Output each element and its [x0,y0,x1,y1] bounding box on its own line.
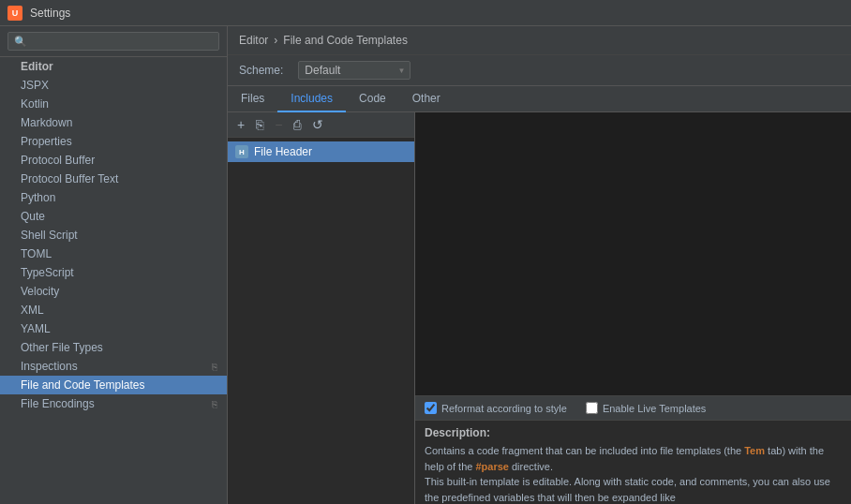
breadcrumb-parent: Editor [239,34,268,47]
sidebar-item-protocol-buffer[interactable]: Protocol Buffer [0,151,227,170]
breadcrumb-arrow: › [274,34,277,47]
copy-template-button[interactable]: ⎘ [252,116,267,133]
app-logo: U [7,6,22,21]
tab-other[interactable]: Other [399,86,454,112]
sidebar-section-editor[interactable]: Editor [0,57,227,76]
description-text: Contains a code fragment that can be inc… [425,443,842,504]
tab-includes[interactable]: Includes [277,86,346,112]
sidebar-item-inspections[interactable]: Inspections ⎘ [0,357,227,376]
title-bar: U Settings [0,0,851,26]
sidebar-item-file-encodings[interactable]: File Encodings ⎘ [0,394,227,413]
reformat-checkbox[interactable] [425,402,437,414]
sidebar-item-other-file-types[interactable]: Other File Types [0,338,227,357]
search-area[interactable] [0,26,227,57]
search-input[interactable] [7,32,219,51]
file-item-label: File Header [254,145,312,158]
right-panel: Editor › File and Code Templates Scheme:… [228,26,851,504]
scheme-select[interactable]: Default Project [298,61,411,80]
tab-code[interactable]: Code [346,86,399,112]
tab-files[interactable]: Files [228,86,277,112]
live-templates-option[interactable]: Enable Live Templates [586,402,706,414]
breadcrumb: Editor › File and Code Templates [228,26,851,55]
revert-template-button[interactable]: ↺ [308,116,327,133]
description-label: Description: [425,426,842,439]
breadcrumb-current: File and Code Templates [283,34,408,47]
sidebar-item-qute[interactable]: Qute [0,207,227,226]
description-panel: Description: Contains a code fragment th… [415,420,851,504]
sidebar-item-xml[interactable]: XML [0,301,227,319]
file-list: H File Header [228,138,414,504]
file-item-file-header[interactable]: H File Header [228,141,414,162]
expand-icon: ⎘ [212,362,217,372]
expand-icon-2: ⎘ [212,399,217,409]
sidebar-item-velocity[interactable]: Velocity [0,282,227,301]
sidebar-item-yaml[interactable]: YAML [0,319,227,338]
sidebar-item-typescript[interactable]: TypeScript [0,263,227,282]
sidebar-item-protocol-buffer-text[interactable]: Protocol Buffer Text [0,170,227,188]
sidebar-item-markdown[interactable]: Markdown [0,113,227,132]
editor-panel: Reformat according to style Enable Live … [415,112,851,504]
file-list-panel: + ⎘ − ⎙ ↺ H File Header [228,112,415,504]
sidebar-item-file-and-code-templates[interactable]: File and Code Templates [0,376,227,394]
editor-options: Reformat according to style Enable Live … [415,395,851,420]
main-content: Editor JSPX Kotlin Markdown Properties P… [0,26,851,504]
file-list-toolbar: + ⎘ − ⎙ ↺ [228,112,414,138]
add-template-button[interactable]: + [233,116,248,133]
template-area: + ⎘ − ⎙ ↺ H File Header [228,112,851,504]
sidebar-item-toml[interactable]: TOML [0,245,227,263]
sidebar-item-jspx[interactable]: JSPX [0,76,227,95]
code-editor[interactable] [415,112,851,395]
remove-template-button[interactable]: − [271,116,286,133]
sidebar-item-kotlin[interactable]: Kotlin [0,95,227,113]
live-templates-checkbox[interactable] [586,402,598,414]
reformat-label: Reformat according to style [441,403,567,414]
reset-template-button[interactable]: ⎙ [290,116,305,133]
sidebar-item-shell-script[interactable]: Shell Script [0,226,227,245]
sidebar: Editor JSPX Kotlin Markdown Properties P… [0,26,228,504]
scheme-label: Scheme: [239,64,283,77]
reformat-option[interactable]: Reformat according to style [425,402,567,414]
tabs-bar: Files Includes Code Other [228,86,851,112]
scheme-wrapper[interactable]: Default Project [298,61,411,80]
title-bar-text: Settings [30,7,70,20]
scheme-row: Scheme: Default Project [228,55,851,86]
sidebar-item-python[interactable]: Python [0,188,227,207]
live-templates-label: Enable Live Templates [603,403,706,414]
sidebar-item-properties[interactable]: Properties [0,132,227,151]
file-header-icon: H [235,145,248,158]
